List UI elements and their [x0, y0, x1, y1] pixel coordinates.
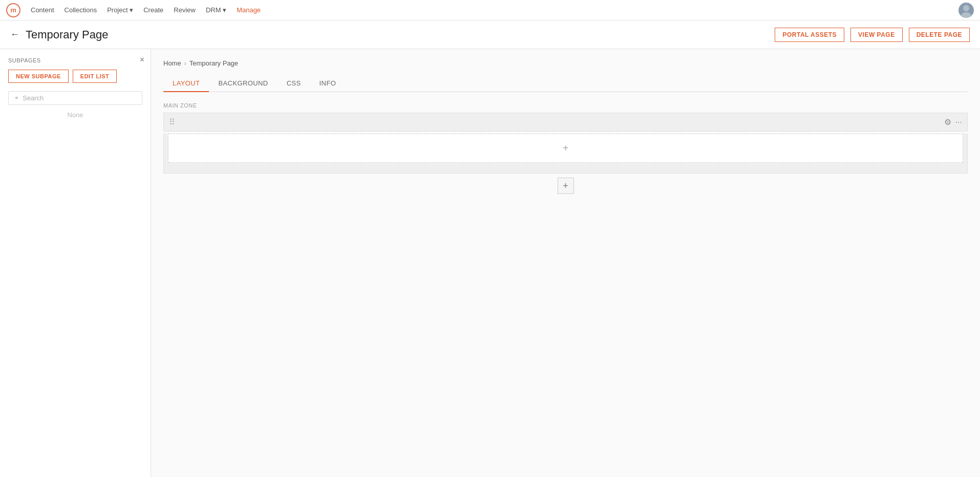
main-layout: × SUBPAGES NEW SUBPAGE EDIT LIST ⚬ None … [0, 49, 980, 477]
delete-page-button[interactable]: DELETE PAGE [909, 28, 970, 42]
close-sidebar-button[interactable]: × [140, 55, 144, 64]
nav-content[interactable]: Content [31, 6, 54, 14]
chevron-down-icon: ▾ [130, 6, 133, 14]
nav-collections[interactable]: Collections [65, 6, 97, 14]
breadcrumb-home[interactable]: Home [163, 59, 181, 67]
search-input[interactable] [23, 94, 137, 102]
back-button[interactable]: ← [10, 29, 19, 40]
drag-handle-icon[interactable]: ⠿ [169, 117, 175, 127]
top-nav: m Content Collections Project ▾ Create R… [0, 0, 980, 20]
more-options-icon[interactable]: ··· [955, 118, 962, 127]
nav-create[interactable]: Create [143, 6, 163, 14]
content-area: Home › Temporary Page LAYOUT BACKGROUND … [151, 49, 980, 477]
zone-label: MAIN ZONE [163, 102, 968, 109]
tabs: LAYOUT BACKGROUND CSS INFO [163, 75, 968, 92]
chevron-down-icon: ▾ [223, 6, 226, 14]
tab-css[interactable]: CSS [278, 75, 310, 92]
tab-background[interactable]: BACKGROUND [209, 75, 277, 92]
add-row-button-container: + [163, 178, 968, 194]
zone-row-actions: ⚙ ··· [944, 117, 962, 127]
new-subpage-button[interactable]: NEW SUBPAGE [8, 70, 69, 83]
nav-project[interactable]: Project ▾ [107, 6, 133, 14]
none-label: None [8, 111, 142, 119]
breadcrumb: Home › Temporary Page [163, 59, 968, 67]
add-content-icon: + [563, 142, 569, 154]
nav-manage[interactable]: Manage [237, 6, 261, 14]
nav-review[interactable]: Review [174, 6, 196, 14]
subpages-label: SUBPAGES [8, 57, 142, 63]
nav-drm[interactable]: DRM ▾ [206, 6, 226, 14]
view-page-button[interactable]: VIEW PAGE [850, 28, 903, 42]
app-logo[interactable]: m [6, 3, 20, 17]
edit-list-button[interactable]: EDIT LIST [73, 70, 117, 83]
page-title: Temporary Page [26, 28, 108, 41]
tab-layout[interactable]: LAYOUT [163, 75, 209, 92]
search-icon: ⚬ [14, 94, 19, 102]
header-actions: PORTAL ASSETS VIEW PAGE DELETE PAGE [775, 28, 970, 42]
search-wrapper: ⚬ [8, 91, 142, 105]
breadcrumb-separator: › [184, 60, 186, 67]
zone-row: ⠿ ⚙ ··· [163, 113, 968, 132]
breadcrumb-current: Temporary Page [189, 59, 238, 67]
sidebar: × SUBPAGES NEW SUBPAGE EDIT LIST ⚬ None [0, 49, 151, 477]
portal-assets-button[interactable]: PORTAL ASSETS [775, 28, 844, 42]
add-row-button[interactable]: + [558, 178, 574, 194]
tab-info[interactable]: INFO [310, 75, 346, 92]
sidebar-button-row: NEW SUBPAGE EDIT LIST [8, 70, 142, 83]
user-avatar[interactable] [958, 3, 974, 18]
add-content-area[interactable]: + [168, 134, 963, 163]
svg-point-1 [961, 12, 971, 18]
svg-point-0 [963, 5, 969, 11]
page-header: ← Temporary Page PORTAL ASSETS VIEW PAGE… [0, 20, 980, 49]
gear-icon[interactable]: ⚙ [944, 117, 951, 127]
